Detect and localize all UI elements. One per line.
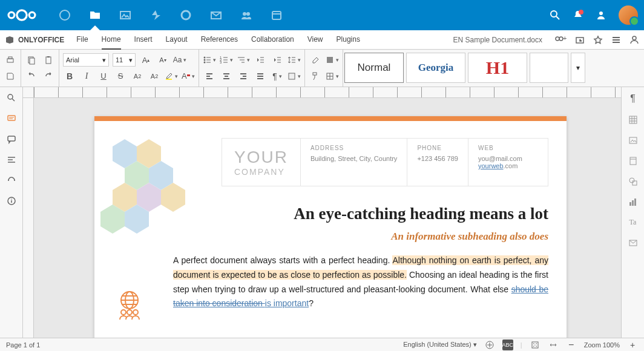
tab-insert[interactable]: Insert xyxy=(134,30,153,50)
favorite-icon[interactable] xyxy=(593,35,603,45)
app-mail[interactable] xyxy=(201,0,231,30)
contacts-icon[interactable] xyxy=(596,10,606,21)
app-calendar[interactable] xyxy=(261,0,292,30)
page-indicator[interactable]: Page 1 of 1 xyxy=(6,341,40,349)
app-dashboard[interactable] xyxy=(50,0,80,30)
svg-point-108 xyxy=(629,178,634,183)
app-contacts[interactable] xyxy=(231,0,261,30)
highlight-icon[interactable] xyxy=(165,70,178,83)
vertical-ruler[interactable] xyxy=(23,98,34,338)
page[interactable]: YOUR COMPANY ADDRESS Building, Street, C… xyxy=(94,116,567,338)
align-justify-icon[interactable] xyxy=(254,70,267,83)
tab-file[interactable]: File xyxy=(76,30,88,50)
insert-table-icon[interactable] xyxy=(326,70,339,83)
nonprinting-icon[interactable]: ¶ xyxy=(271,70,284,83)
app-photos[interactable] xyxy=(110,0,140,30)
header-footer-icon[interactable] xyxy=(628,156,638,166)
increase-font-icon[interactable]: A▴ xyxy=(139,53,153,67)
style-h1[interactable]: H1 xyxy=(468,53,527,83)
align-center-icon[interactable] xyxy=(220,70,233,83)
app-activity[interactable] xyxy=(140,0,171,30)
web-link[interactable]: yourweb xyxy=(478,162,504,169)
tab-layout[interactable]: Layout xyxy=(166,30,188,50)
view-options-icon[interactable] xyxy=(611,35,621,45)
document-area[interactable]: YOUR COMPANY ADDRESS Building, Street, C… xyxy=(34,98,621,338)
textart-settings-icon[interactable]: Ta xyxy=(629,218,637,227)
paragraph-settings-icon[interactable]: ¶ xyxy=(630,93,636,104)
app-files[interactable] xyxy=(80,0,110,30)
clear-format-icon[interactable] xyxy=(309,53,322,67)
subscript-icon[interactable]: A2 xyxy=(148,70,161,83)
print-icon[interactable] xyxy=(4,53,17,67)
trackchanges-icon[interactable]: ABC xyxy=(502,340,513,350)
canvas-wrap: YOUR COMPANY ADDRESS Building, Street, C… xyxy=(23,87,621,338)
shape-fill-icon[interactable] xyxy=(326,53,339,67)
chat-icon[interactable] xyxy=(7,134,16,144)
share-icon[interactable]: + xyxy=(554,35,567,45)
tab-collaboration[interactable]: Collaboration xyxy=(251,30,294,50)
redo-icon[interactable] xyxy=(42,70,55,83)
font-size-select[interactable]: 11▾ xyxy=(113,53,136,67)
style-normal[interactable]: Normal xyxy=(344,53,404,83)
tab-references[interactable]: References xyxy=(201,30,238,50)
bullets-icon[interactable] xyxy=(203,53,216,67)
image-settings-icon[interactable] xyxy=(628,136,638,145)
italic-icon[interactable]: I xyxy=(80,70,93,83)
superscript-icon[interactable]: A2 xyxy=(131,70,144,83)
shading-icon[interactable] xyxy=(288,70,301,83)
user-avatar[interactable] xyxy=(619,5,638,25)
horizontal-ruler[interactable] xyxy=(23,87,621,98)
notifications-icon[interactable] xyxy=(573,10,583,21)
navigation-icon[interactable] xyxy=(7,155,16,165)
svg-rect-26 xyxy=(46,57,51,64)
style-blank[interactable] xyxy=(530,53,568,83)
case-icon[interactable]: Aa xyxy=(173,53,186,67)
undo-icon[interactable] xyxy=(25,70,38,83)
style-georgia[interactable]: Georgia xyxy=(406,53,465,83)
about-icon[interactable] xyxy=(7,196,16,206)
save-icon[interactable] xyxy=(4,70,17,83)
comments-icon[interactable] xyxy=(7,114,16,123)
chart-settings-icon[interactable] xyxy=(628,197,638,207)
numbering-icon[interactable]: 123 xyxy=(220,53,233,67)
multilevel-icon[interactable] xyxy=(237,53,250,67)
svg-rect-23 xyxy=(8,57,12,59)
align-right-icon[interactable] xyxy=(237,70,250,83)
font-name-select[interactable]: Arial▾ xyxy=(63,53,109,67)
svg-rect-9 xyxy=(272,11,281,19)
zoom-out-icon[interactable]: − xyxy=(566,340,577,350)
outdent-icon[interactable] xyxy=(254,53,267,67)
shape-settings-icon[interactable] xyxy=(628,177,638,186)
strike-icon[interactable]: S xyxy=(114,70,127,83)
decrease-font-icon[interactable]: A▾ xyxy=(156,53,169,67)
align-left-icon[interactable] xyxy=(203,70,216,83)
user-icon[interactable] xyxy=(629,35,639,45)
zoom-level[interactable]: Zoom 100% xyxy=(584,341,620,349)
open-folder-icon[interactable] xyxy=(575,35,585,45)
tab-plugins[interactable]: Plugins xyxy=(337,30,360,50)
style-dropdown[interactable]: ▾ xyxy=(571,53,585,83)
fit-width-icon[interactable] xyxy=(548,340,559,350)
feedback-icon[interactable] xyxy=(7,176,16,185)
copy-icon[interactable] xyxy=(25,53,38,67)
table-settings-icon[interactable] xyxy=(628,115,638,125)
tab-view[interactable]: View xyxy=(307,30,323,50)
bold-icon[interactable]: B xyxy=(63,70,76,83)
spellcheck-icon[interactable] xyxy=(484,340,495,350)
paste-icon[interactable] xyxy=(42,53,55,67)
language-select[interactable]: English (United States) ▾ xyxy=(403,341,477,349)
search-icon[interactable] xyxy=(550,10,560,21)
fit-page-icon[interactable] xyxy=(530,340,540,350)
find-icon[interactable] xyxy=(7,93,16,103)
underline-icon[interactable]: U xyxy=(97,70,110,83)
mailmerge-icon[interactable] xyxy=(628,238,638,248)
font-color-icon[interactable]: A xyxy=(182,70,195,83)
tab-home[interactable]: Home xyxy=(102,30,121,50)
indent-icon[interactable] xyxy=(271,53,284,67)
zoom-in-icon[interactable]: + xyxy=(627,340,638,350)
nextcloud-logo[interactable] xyxy=(6,7,38,23)
app-talk[interactable] xyxy=(171,0,201,30)
company-header: YOUR COMPANY ADDRESS Building, Street, C… xyxy=(222,138,548,186)
format-painter-icon[interactable] xyxy=(309,70,322,83)
line-spacing-icon[interactable] xyxy=(288,53,301,67)
